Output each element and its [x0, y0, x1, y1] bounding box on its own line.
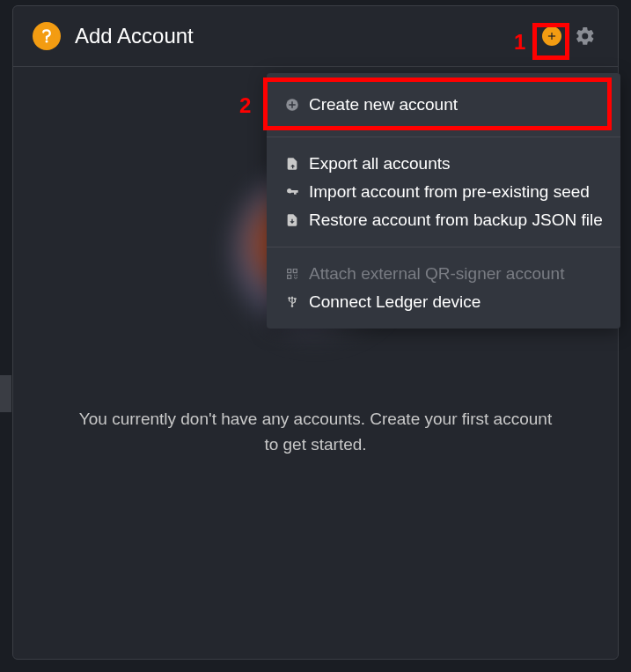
add-account-menu: Create new account Export all accounts I…: [267, 73, 620, 329]
menu-item-label: Attach external QR-signer account: [309, 264, 564, 284]
menu-group-hardware: Attach external QR-signer account Connec…: [267, 247, 620, 329]
menu-item-connect-ledger[interactable]: Connect Ledger device: [267, 288, 620, 316]
file-upload-icon: [284, 212, 300, 228]
file-export-icon: [284, 156, 300, 172]
menu-item-label: Import account from pre-existing seed: [309, 182, 590, 202]
header-actions: [539, 23, 598, 49]
menu-item-label: Connect Ledger device: [309, 292, 481, 312]
polkadot-logo-icon: [33, 22, 61, 50]
menu-item-export-all[interactable]: Export all accounts: [267, 150, 620, 178]
menu-item-restore-json[interactable]: Restore account from backup JSON file: [267, 206, 620, 234]
account-panel: Add Account You currently don't have any…: [12, 5, 619, 660]
menu-item-import-seed[interactable]: Import account from pre-existing seed: [267, 178, 620, 206]
svg-point-1: [46, 41, 48, 43]
key-icon: [284, 184, 300, 200]
qr-icon: [284, 266, 300, 282]
plus-circle-icon: [542, 26, 561, 46]
panel-header: Add Account: [13, 6, 618, 67]
left-edge-stub: [0, 375, 11, 412]
panel-body: You currently don't have any accounts. C…: [13, 67, 618, 654]
usb-icon: [284, 294, 300, 310]
plus-circle-outline-icon: [284, 97, 300, 113]
page-title: Add Account: [75, 24, 539, 48]
empty-state-text: You currently don't have any accounts. C…: [74, 406, 558, 458]
add-account-button[interactable]: [539, 23, 565, 49]
menu-item-label: Restore account from backup JSON file: [309, 210, 603, 230]
menu-item-label: Export all accounts: [309, 154, 451, 174]
gear-icon: [575, 26, 596, 47]
settings-button[interactable]: [572, 23, 598, 49]
menu-group-import: Export all accounts Import account from …: [267, 137, 620, 247]
menu-item-label: Create new account: [309, 95, 458, 114]
menu-item-attach-qr: Attach external QR-signer account: [267, 260, 620, 288]
menu-item-create[interactable]: Create new account: [267, 77, 620, 133]
menu-group-create: Create new account: [267, 73, 620, 137]
